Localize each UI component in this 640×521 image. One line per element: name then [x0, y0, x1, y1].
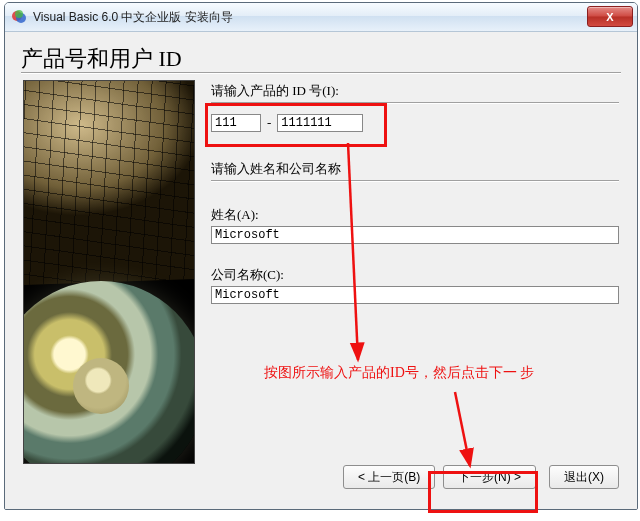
company-field[interactable] — [211, 286, 619, 304]
label-name: 姓名(A): — [211, 206, 619, 224]
close-icon: X — [606, 11, 613, 23]
label-enter-name-company: 请输入姓名和公司名称 — [211, 160, 619, 178]
annotation-text: 按图所示输入产品的ID号，然后点击下一 步 — [264, 364, 534, 382]
exit-button[interactable]: 退出(X) — [549, 465, 619, 489]
id-dash: - — [267, 115, 271, 131]
keyboard-image — [23, 80, 195, 285]
product-id-field-1[interactable] — [211, 114, 261, 132]
label-company: 公司名称(C): — [211, 266, 619, 284]
svg-point-2 — [15, 10, 23, 18]
window-title: Visual Basic 6.0 中文企业版 安装向导 — [33, 9, 233, 26]
back-button[interactable]: < 上一页(B) — [343, 465, 435, 489]
page-title: 产品号和用户 ID — [21, 44, 182, 74]
titlebar: Visual Basic 6.0 中文企业版 安装向导 X — [5, 3, 637, 32]
separator-1 — [211, 102, 619, 104]
installer-window: Visual Basic 6.0 中文企业版 安装向导 X 产品号和用户 ID … — [4, 2, 638, 510]
product-id-field-2[interactable] — [277, 114, 363, 132]
name-field[interactable] — [211, 226, 619, 244]
product-id-row: - — [211, 114, 619, 132]
button-bar: < 上一页(B) 下一步(N) > 退出(X) — [5, 465, 637, 497]
label-enter-id: 请输入产品的 ID 号(I): — [211, 82, 619, 100]
close-button[interactable]: X — [587, 6, 633, 27]
cd-disc-image — [23, 281, 195, 464]
app-icon — [11, 9, 27, 25]
form-area: 请输入产品的 ID 号(I): - 请输入姓名和公司名称 姓名(A): 公司名称… — [211, 80, 619, 453]
heading-separator — [21, 72, 621, 74]
next-button[interactable]: 下一步(N) > — [443, 465, 536, 489]
separator-2 — [211, 180, 619, 182]
content-area: 产品号和用户 ID 请输入产品的 ID 号(I): - 请输入姓名和公司名称 姓… — [5, 32, 637, 509]
side-image — [23, 80, 195, 464]
